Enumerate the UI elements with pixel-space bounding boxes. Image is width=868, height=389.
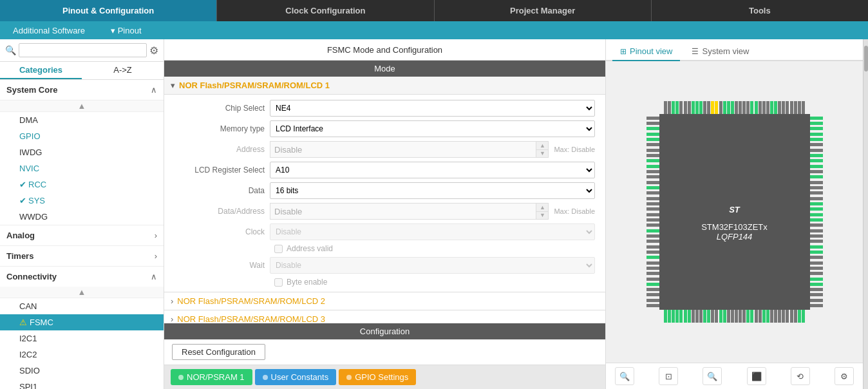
clock-row: Clock Disable xyxy=(175,223,595,240)
memory-type-label: Memory type xyxy=(175,124,265,133)
sidebar-item-dma[interactable]: DMA xyxy=(0,112,164,128)
section-analog-label: Analog xyxy=(6,231,35,240)
nor-flash-2-label: NOR Flash/PSRAM/SRAM/ROM/LCD 2 xyxy=(177,296,325,306)
zoom-in-icon: 🔍 xyxy=(707,372,717,381)
clock-input[interactable]: Disable xyxy=(270,223,595,240)
right-panel: ⊞ Pinout view ☰ System view xyxy=(605,39,863,389)
rotate-button[interactable]: ⟲ xyxy=(791,367,810,385)
byte-enable-row: Byte enable xyxy=(175,278,595,287)
wait-input[interactable]: Disable xyxy=(270,257,595,274)
right-panel-bottom-toolbar: 🔍 ⊡ 🔍 ⬛ ⟲ ⚙ xyxy=(606,363,863,389)
check-icon-rcc: ✔ xyxy=(19,180,26,189)
rotate-icon: ⟲ xyxy=(797,372,804,381)
section-analog-header[interactable]: Analog › xyxy=(0,225,164,245)
fit-icon: ⊡ xyxy=(665,372,672,381)
sidebar-item-spi1[interactable]: SPI1 xyxy=(0,379,164,389)
fsmc-header: FSMC Mode and Configuration xyxy=(164,39,605,61)
zoom-out-icon: 🔍 xyxy=(619,372,630,381)
warning-icon-fsmc: ⚠ xyxy=(19,318,27,327)
section-connectivity: Connectivity ∧ ▲ CAN ⚠ FSMC I2C1 I2C2 xyxy=(0,266,164,389)
fit-button[interactable]: ⊡ xyxy=(659,367,678,385)
sub-nav-additional[interactable]: Additional Software xyxy=(13,26,85,35)
memory-type-input[interactable]: LCD Interface xyxy=(270,120,595,137)
right-panel-tabs: ⊞ Pinout view ☰ System view xyxy=(606,39,863,61)
section-timers-label: Timers xyxy=(6,251,33,261)
data-address-spin-down[interactable]: ▼ xyxy=(536,212,548,220)
sub-nav-pinout[interactable]: ▾ Pinout xyxy=(111,26,141,35)
sidebar-item-wwdg[interactable]: WWDG xyxy=(0,209,164,225)
sidebar-item-i2c2[interactable]: I2C2 xyxy=(0,346,164,363)
center-content: FSMC Mode and Configuration Mode ▾ NOR F… xyxy=(164,39,605,389)
search-input[interactable] xyxy=(19,43,147,57)
chip-select-label: Chip Select xyxy=(175,104,265,113)
byte-enable-checkbox[interactable] xyxy=(274,278,283,287)
dot-icon-user xyxy=(263,375,268,380)
zoom-in-button[interactable]: 🔍 xyxy=(703,367,722,385)
sidebar-item-iwdg[interactable]: IWDG xyxy=(0,144,164,160)
section-connectivity-header[interactable]: Connectivity ∧ xyxy=(0,267,164,287)
chip-view: ST STM32F103ZETx LQFP144 xyxy=(606,61,863,363)
nor-flash-1-header[interactable]: ▾ NOR Flash/PSRAM/SRAM/ROM/LCD 1 xyxy=(164,77,605,95)
tab-pinout[interactable]: Pinout & Configuration xyxy=(0,0,217,21)
chevron-down-icon-nor1: ▾ xyxy=(171,81,175,90)
scroll-up-btn[interactable]: ▲ xyxy=(0,100,164,112)
nor-flash-2-header[interactable]: › NOR Flash/PSRAM/SRAM/ROM/LCD 2 xyxy=(164,292,605,310)
nor-flash-1-label: NOR Flash/PSRAM/SRAM/ROM/LCD 1 xyxy=(179,81,330,90)
zoom-out-button[interactable]: 🔍 xyxy=(615,367,634,385)
check-icon-sys: ✔ xyxy=(19,196,26,205)
chevron-right-icon-timers: › xyxy=(155,251,157,261)
tab-atoz[interactable]: A->Z xyxy=(82,62,164,79)
reset-btn-row: Reset Configuration xyxy=(164,339,605,365)
tab-clock[interactable]: Clock Configuration xyxy=(217,0,434,21)
sidebar-item-fsmc[interactable]: ⚠ FSMC xyxy=(0,314,164,330)
tab-project[interactable]: Project Manager xyxy=(435,0,652,21)
scroll-up-btn-conn[interactable]: ▲ xyxy=(0,287,164,298)
sidebar-item-nvic[interactable]: NVIC xyxy=(0,160,164,176)
sidebar-item-gpio[interactable]: GPIO xyxy=(0,128,164,144)
tab-tools[interactable]: Tools xyxy=(652,0,868,21)
tab-pinout-view[interactable]: ⊞ Pinout view xyxy=(612,43,680,61)
config-tab-user-constants[interactable]: User Constants xyxy=(255,369,337,385)
sidebar-item-rcc[interactable]: ✔ RCC xyxy=(0,176,164,193)
sidebar-item-sys[interactable]: ✔ SYS xyxy=(0,193,164,209)
gear-icon[interactable]: ⚙ xyxy=(149,44,158,57)
address-valid-row: Address valid xyxy=(175,244,595,253)
config-tab-gpio-settings[interactable]: GPIO Settings xyxy=(339,369,416,385)
data-address-input-disabled: Disable ▲ ▼ xyxy=(270,203,549,220)
chip-select-input[interactable]: NE4 xyxy=(270,100,595,117)
section-timers-header[interactable]: Timers › xyxy=(0,246,164,266)
chip-select-row: Chip Select NE4 xyxy=(175,100,595,117)
sidebar-item-can[interactable]: CAN xyxy=(0,298,164,314)
nor-flash-3-header[interactable]: › NOR Flash/PSRAM/SRAM/ROM/LCD 3 xyxy=(164,310,605,323)
section-timers: Timers › xyxy=(0,245,164,266)
tab-categories[interactable]: Categories xyxy=(0,62,82,79)
data-address-spin-up[interactable]: ▲ xyxy=(536,204,548,212)
tab-system-view[interactable]: ☰ System view xyxy=(684,43,757,61)
settings-button[interactable]: ⚙ xyxy=(835,367,854,385)
export-button[interactable]: ⬛ xyxy=(747,367,766,385)
address-spin-down[interactable]: ▼ xyxy=(536,150,548,158)
nor-flash-3-label: NOR Flash/PSRAM/SRAM/ROM/LCD 3 xyxy=(177,314,325,323)
section-system-core-header[interactable]: System Core ∧ xyxy=(0,80,164,100)
chevron-right-icon-nor3: › xyxy=(171,314,173,323)
address-label: Address xyxy=(175,145,265,154)
address-valid-label: Address valid xyxy=(287,244,333,253)
dot-icon-nor xyxy=(178,375,184,380)
sidebar-search-row: 🔍 ⚙ xyxy=(0,39,164,62)
clock-label: Clock xyxy=(175,227,265,236)
address-spin-up[interactable]: ▲ xyxy=(536,142,548,150)
sidebar-item-i2c1[interactable]: I2C1 xyxy=(0,330,164,346)
config-tab-nor-psram[interactable]: NOR/PSRAM 1 xyxy=(171,369,252,385)
reset-configuration-button[interactable]: Reset Configuration xyxy=(172,344,265,360)
main-scrollbar[interactable] xyxy=(863,39,868,389)
data-input[interactable]: 16 bits xyxy=(270,182,595,199)
sidebar-item-sdio[interactable]: SDIO xyxy=(0,363,164,379)
config-tabs-row: NOR/PSRAM 1 User Constants GPIO Settings xyxy=(164,365,605,389)
lcd-reg-select-input[interactable]: A10 xyxy=(270,162,595,178)
address-valid-checkbox[interactable] xyxy=(274,245,283,253)
data-address-max-label: Max: Disable xyxy=(554,207,595,215)
settings-icon: ⚙ xyxy=(840,372,848,381)
config-scroll-area: ▾ NOR Flash/PSRAM/SRAM/ROM/LCD 1 Chip Se… xyxy=(164,77,605,323)
address-input-disabled: Disable ▲ ▼ xyxy=(270,141,549,158)
mode-section-bar: Mode xyxy=(164,61,605,77)
